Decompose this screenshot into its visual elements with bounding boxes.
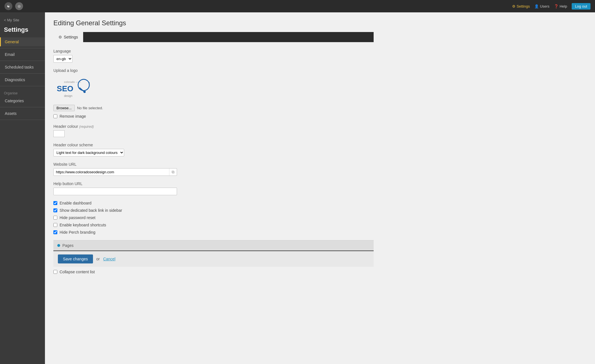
divider-1: [0, 48, 45, 48]
help-icon: ❓: [554, 4, 558, 8]
settings-nav-label: Settings: [517, 4, 530, 8]
hide-password-reset-row: Hide password reset: [53, 215, 374, 220]
settings-nav-link[interactable]: ⚙ Settings: [512, 4, 530, 8]
header-colour-required: (required): [79, 125, 94, 129]
collapse-content-row: Collapse content list: [53, 270, 374, 274]
collapse-content-checkbox[interactable]: [53, 270, 57, 274]
actions-bar: Save changes or Cancel: [53, 251, 374, 267]
url-copy-icon[interactable]: ⧉: [169, 169, 177, 176]
content-area: Editing General Settings ⚙ Settings Lang…: [45, 12, 595, 364]
cancel-link[interactable]: Cancel: [103, 257, 115, 261]
top-nav-logos: ☯ ◎: [4, 2, 23, 10]
language-label: Language: [53, 49, 374, 53]
divider-6: [0, 120, 45, 120]
show-back-link-label: Show dedicated back link in sidebar: [60, 208, 122, 213]
enable-dashboard-row: Enable dashboard: [53, 201, 374, 205]
logo-image: colorado —— SEO design: [56, 78, 92, 99]
collapse-content-label: Collapse content list: [60, 270, 95, 274]
header-colour-scheme-section: Header colour scheme Light text for dark…: [53, 143, 374, 156]
file-upload-row: Browse... No file selected.: [53, 105, 374, 111]
file-name-label: No file selected.: [77, 106, 103, 110]
svg-point-3: [83, 91, 86, 93]
gear-icon: ⚙: [512, 4, 515, 8]
sidebar-nav: General Email Scheduled tasks Diagnostic…: [0, 37, 45, 86]
remove-image-row: Remove image: [53, 114, 374, 119]
divider-3: [0, 73, 45, 74]
sidebar-item-assets[interactable]: Assets: [0, 109, 45, 118]
divider-4: [0, 86, 45, 86]
users-nav-label: Users: [540, 4, 549, 8]
users-nav-link[interactable]: 👤 Users: [534, 4, 549, 8]
hide-password-reset-label: Hide password reset: [60, 215, 96, 220]
show-back-link-row: Show dedicated back link in sidebar: [53, 208, 374, 213]
color-picker-container: [53, 130, 374, 137]
sidebar-item-general[interactable]: General: [0, 37, 45, 46]
tab-settings-label: Settings: [64, 35, 78, 39]
page-title: Editing General Settings: [53, 19, 374, 27]
top-nav: ☯ ◎ ⚙ Settings 👤 Users ❓ Help Log out: [0, 0, 595, 12]
pages-section-bar: Pages: [53, 240, 374, 251]
sidebar-item-email[interactable]: Email: [0, 50, 45, 59]
sidebar-item-categories[interactable]: Categories: [0, 96, 45, 105]
main-layout: < My Site Settings General Email Schedul…: [0, 12, 595, 364]
sidebar-item-scheduled-tasks[interactable]: Scheduled tasks: [0, 63, 45, 72]
divider-2: [0, 61, 45, 61]
website-url-input[interactable]: [54, 169, 169, 176]
language-section: Language en-gb en-us fr de es: [53, 49, 374, 63]
hide-perch-branding-row: Hide Perch branding: [53, 230, 374, 235]
hide-password-reset-checkbox[interactable]: [53, 216, 57, 220]
website-url-section: Website URL ⧉: [53, 162, 374, 176]
sidebar-item-diagnostics[interactable]: Diagnostics: [0, 75, 45, 84]
logo-area: colorado —— SEO design: [53, 76, 374, 102]
remove-image-label: Remove image: [60, 114, 86, 119]
pages-section-label: Pages: [62, 243, 74, 248]
enable-dashboard-label: Enable dashboard: [60, 201, 92, 205]
logo-right: ◎: [15, 2, 23, 10]
remove-image-checkbox[interactable]: [53, 114, 57, 118]
logo-left: ☯: [4, 2, 12, 10]
enable-keyboard-shortcuts-row: Enable keyboard shortcuts: [53, 223, 374, 227]
help-button-url-section: Help button URL: [53, 181, 374, 195]
settings-tab-icon: ⚙: [58, 35, 62, 39]
browse-button[interactable]: Browse...: [53, 105, 75, 111]
svg-text:SEO: SEO: [57, 84, 73, 93]
upload-logo-label: Upload a logo: [53, 68, 374, 73]
tab-bar: ⚙ Settings: [53, 32, 374, 42]
svg-text:design: design: [64, 94, 72, 97]
content-inner: Editing General Settings ⚙ Settings Lang…: [45, 12, 382, 284]
language-select[interactable]: en-gb en-us fr de es: [53, 55, 72, 63]
header-colour-scheme-select[interactable]: Light text for dark background colours D…: [53, 149, 124, 156]
logo-image-container: colorado —— SEO design: [53, 76, 94, 102]
hide-perch-branding-checkbox[interactable]: [53, 230, 57, 234]
header-colour-scheme-label: Header colour scheme: [53, 143, 374, 147]
save-button[interactable]: Save changes: [58, 254, 93, 263]
enable-dashboard-checkbox[interactable]: [53, 201, 57, 205]
users-icon: 👤: [534, 4, 539, 8]
url-input-container: ⧉: [53, 168, 177, 176]
or-text: or: [96, 257, 100, 261]
tab-settings[interactable]: ⚙ Settings: [53, 32, 83, 42]
upload-logo-section: Upload a logo colorado —— SEO design: [53, 68, 374, 119]
help-button-url-label: Help button URL: [53, 181, 374, 186]
header-colour-section: Header colour (required): [53, 124, 374, 137]
top-nav-right: ⚙ Settings 👤 Users ❓ Help Log out: [512, 3, 591, 10]
organise-label: Organise: [0, 88, 45, 96]
back-link[interactable]: < My Site: [0, 16, 45, 24]
help-button-url-input[interactable]: [53, 188, 177, 195]
divider-5: [0, 107, 45, 107]
header-colour-label: Header colour (required): [53, 124, 374, 129]
show-back-link-checkbox[interactable]: [53, 208, 57, 212]
sidebar: < My Site Settings General Email Schedul…: [0, 12, 45, 364]
logout-button[interactable]: Log out: [572, 3, 591, 10]
hide-perch-branding-label: Hide Perch branding: [60, 230, 96, 235]
sidebar-title: Settings: [0, 24, 45, 37]
enable-keyboard-shortcuts-checkbox[interactable]: [53, 223, 57, 227]
help-nav-link[interactable]: ❓ Help: [554, 4, 567, 8]
color-swatch[interactable]: [53, 130, 65, 137]
pages-dot: [57, 244, 60, 247]
help-nav-label: Help: [560, 4, 567, 8]
enable-keyboard-shortcuts-label: Enable keyboard shortcuts: [60, 223, 106, 227]
website-url-label: Website URL: [53, 162, 374, 167]
